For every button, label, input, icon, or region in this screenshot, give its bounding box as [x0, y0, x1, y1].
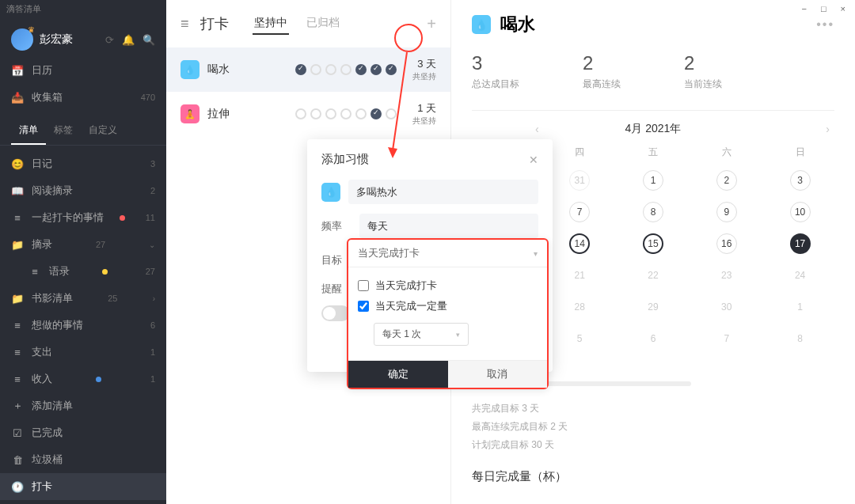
list-icon: ≡ — [11, 320, 24, 332]
sidebar-item[interactable]: ＋添加清单 — [0, 392, 166, 419]
calendar-day[interactable]: 23 — [692, 262, 761, 289]
check-dot[interactable] — [370, 64, 382, 75]
calendar-day[interactable]: 8 — [619, 199, 688, 225]
clock-icon: 🕐 — [11, 481, 24, 493]
check-dot[interactable] — [340, 108, 352, 119]
calendar-day[interactable]: 5 — [545, 325, 614, 352]
calendar-day[interactable]: 22 — [619, 262, 688, 289]
color-dot — [102, 269, 108, 275]
popover-ok-button[interactable]: 确定 — [348, 361, 448, 388]
check-dot[interactable] — [295, 108, 306, 119]
calendar-day[interactable]: 1 — [619, 167, 688, 194]
check-dot[interactable] — [355, 64, 367, 75]
habit-type-icon[interactable]: 💧 — [321, 183, 340, 202]
check-dot[interactable] — [355, 108, 367, 119]
progress-line: 最高连续完成目标 2 天 — [472, 418, 834, 436]
calendar-day[interactable]: 17 — [766, 230, 834, 257]
sidebar-item[interactable]: 😊日记3 — [0, 150, 166, 177]
bell-icon[interactable]: 🔔 — [122, 34, 135, 46]
sidebar-item[interactable]: ≡一起打卡的事情11 — [0, 204, 166, 231]
list-icon: ＋ — [11, 399, 24, 413]
popover-cancel-button[interactable]: 取消 — [448, 361, 548, 388]
check-dot[interactable] — [370, 108, 382, 119]
next-month[interactable]: › — [826, 123, 830, 135]
window-close[interactable]: × — [841, 4, 846, 13]
calendar-day[interactable]: 28 — [545, 294, 614, 320]
sidebar-item[interactable]: 📖阅读摘录2 — [0, 177, 166, 204]
check-dot[interactable] — [310, 64, 321, 75]
stat-block: 3总达成目标 — [472, 52, 519, 91]
habit-row-icon: 💧 — [180, 60, 200, 79]
calendar-day[interactable]: 7 — [692, 325, 761, 352]
remind-toggle[interactable] — [321, 305, 350, 321]
list-icon: ≡ — [28, 266, 41, 278]
goal-option-checkin[interactable]: 当天完成打卡 — [358, 275, 538, 296]
calendar-day[interactable]: 7 — [545, 199, 614, 225]
freq-select[interactable]: 每天 — [359, 214, 538, 238]
calendar-day[interactable]: 14 — [545, 230, 614, 257]
check-dot[interactable] — [310, 108, 321, 119]
check-dot[interactable] — [340, 64, 352, 75]
sidebar-tab-lists[interactable]: 清单 — [11, 117, 46, 145]
menu-icon[interactable]: ≡ — [180, 16, 189, 32]
calendar-day[interactable]: 8 — [766, 325, 834, 352]
sidebar-item[interactable]: ≡收入1 — [0, 366, 166, 392]
calendar-day[interactable]: 30 — [692, 294, 761, 320]
list-icon: 📁 — [11, 293, 24, 305]
calendar-day[interactable]: 9 — [692, 199, 761, 225]
sidebar-item[interactable]: 📁书影清单25› — [0, 285, 166, 312]
calendar-day[interactable]: 31 — [545, 167, 614, 194]
window-maximize[interactable]: □ — [821, 4, 826, 13]
close-icon[interactable]: ✕ — [529, 153, 538, 166]
calendar-day[interactable]: 3 — [766, 167, 834, 194]
sidebar-item[interactable]: ≡语录27 — [0, 258, 166, 285]
calendar-day[interactable]: 15 — [619, 230, 688, 257]
calendar-day[interactable]: 10 — [766, 199, 834, 225]
check-dot[interactable] — [295, 64, 306, 75]
sidebar-completed[interactable]: ☑已完成 — [0, 419, 166, 446]
calendar-day[interactable]: 29 — [619, 294, 688, 320]
check-dot[interactable] — [325, 64, 336, 75]
habit-row[interactable]: 🧘拉伸1 天共坚持 — [166, 92, 450, 136]
weekday-header: 四 — [545, 142, 614, 162]
trash-icon: 🗑 — [11, 454, 24, 466]
sidebar-item[interactable]: ≡想做的事情6 — [0, 312, 166, 339]
list-icon: ≡ — [11, 373, 24, 385]
habit-row[interactable]: 💧喝水3 天共坚持 — [166, 47, 450, 92]
sidebar-trash[interactable]: 🗑垃圾桶 — [0, 446, 166, 473]
sidebar-checkin[interactable]: 🕐打卡 — [0, 473, 166, 500]
sidebar-inbox[interactable]: 📥收集箱470 — [0, 84, 166, 111]
list-icon: ≡ — [11, 347, 24, 358]
calendar-day[interactable]: 6 — [619, 325, 688, 352]
username: 彭宏豪 — [40, 32, 73, 47]
habit-icon: 💧 — [472, 15, 491, 34]
sidebar-item[interactable]: ≡支出1 — [0, 339, 166, 366]
goal-amount-select[interactable]: 每天 1 次▾ — [374, 323, 469, 346]
sidebar-item[interactable]: 📁摘录27⌄ — [0, 231, 166, 258]
window-minimize[interactable]: − — [801, 4, 806, 13]
sync-icon[interactable]: ⟳ — [105, 34, 114, 46]
prev-month[interactable]: ‹ — [535, 123, 539, 135]
sidebar-calendar[interactable]: 📅日历 — [0, 57, 166, 84]
search-icon[interactable]: 🔍 — [142, 34, 155, 46]
calendar-day[interactable]: 1 — [766, 294, 834, 320]
sidebar-tab-custom[interactable]: 自定义 — [81, 117, 125, 145]
goal-current-select[interactable]: 当天完成打卡▾ — [348, 240, 547, 267]
calendar-day[interactable]: 24 — [766, 262, 834, 289]
list-icon: 😊 — [11, 158, 24, 170]
check-dot[interactable] — [325, 108, 336, 119]
weekday-header: 五 — [619, 142, 688, 162]
calendar-month: 4月 2021年 — [625, 122, 682, 136]
check-dot[interactable] — [386, 108, 397, 119]
calendar-day[interactable]: 2 — [692, 167, 761, 194]
sidebar-summary[interactable]: 📋摘要 — [0, 500, 166, 504]
weekday-header: 日 — [766, 142, 834, 162]
check-dot[interactable] — [386, 64, 397, 75]
calendar-day[interactable]: 16 — [692, 230, 761, 257]
avatar[interactable]: ♛ — [11, 28, 33, 51]
goal-option-amount[interactable]: 当天完成一定量 — [358, 296, 538, 316]
calendar-day[interactable]: 21 — [545, 262, 614, 289]
more-icon[interactable]: ••• — [816, 17, 834, 32]
habit-name-input[interactable] — [348, 180, 538, 204]
sidebar-tab-tags[interactable]: 标签 — [46, 117, 81, 145]
